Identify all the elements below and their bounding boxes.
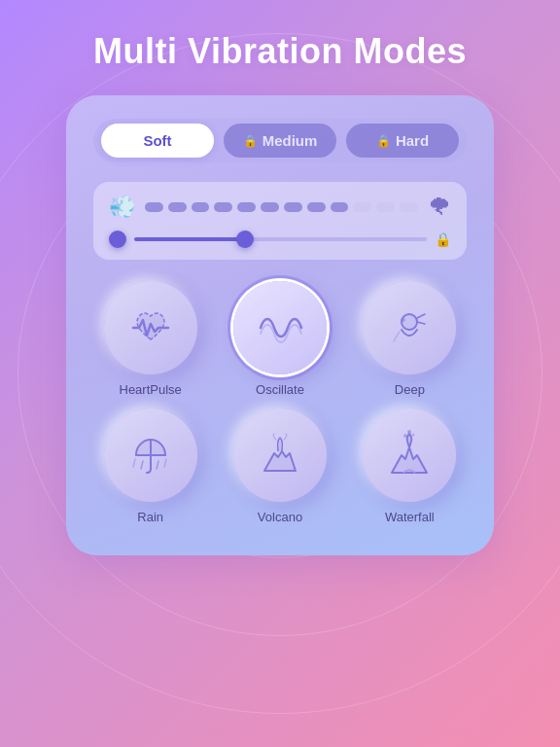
- svg-line-3: [141, 461, 143, 469]
- bar-11: [376, 202, 395, 212]
- tab-medium[interactable]: 🔒 Medium: [224, 124, 336, 158]
- mode-item-deep[interactable]: Deep: [353, 281, 467, 397]
- slider-row: 🔒: [109, 231, 451, 248]
- wind-icon: 💨: [109, 195, 135, 220]
- mode-item-volcano[interactable]: Volcano: [223, 409, 336, 524]
- tab-hard[interactable]: 🔒 Hard: [346, 124, 459, 158]
- bar-9: [331, 202, 349, 212]
- mode-circle-deep[interactable]: [363, 281, 456, 374]
- mode-circle-volcano[interactable]: [233, 409, 327, 502]
- mode-item-waterfall[interactable]: Waterfall: [353, 409, 467, 524]
- heartpulse-icon: [125, 302, 176, 353]
- bar-3: [192, 202, 210, 212]
- lock-icon-medium: 🔒: [243, 134, 258, 148]
- waterfall-icon: [384, 430, 435, 480]
- slider-start-dot: [109, 231, 126, 248]
- vibration-modes-grid: HeartPulse Oscillate: [93, 281, 467, 524]
- oscillate-icon: [255, 302, 305, 353]
- deep-icon: [384, 302, 435, 353]
- bar-5: [237, 202, 256, 212]
- bar-2: [168, 202, 187, 212]
- bar-4: [214, 202, 232, 212]
- volcano-icon: [255, 430, 305, 480]
- mode-label-volcano: Volcano: [258, 510, 302, 524]
- mode-label-deep: Deep: [395, 382, 425, 397]
- svg-line-6: [164, 459, 166, 467]
- mode-label-rain: Rain: [137, 510, 163, 524]
- svg-point-7: [403, 434, 407, 438]
- mode-label-waterfall: Waterfall: [385, 510, 435, 524]
- bar-8: [307, 202, 326, 212]
- mode-item-heartpulse[interactable]: HeartPulse: [93, 281, 207, 397]
- mode-item-oscillate[interactable]: Oscillate: [223, 281, 336, 397]
- tornado-icon: 🌪: [428, 194, 451, 221]
- svg-line-4: [157, 461, 158, 469]
- main-card: Soft 🔒 Medium 🔒 Hard 💨: [66, 95, 494, 555]
- intensity-bars: [145, 202, 418, 212]
- svg-point-8: [412, 434, 415, 437]
- mode-circle-heartpulse[interactable]: [104, 281, 197, 374]
- mode-circle-rain[interactable]: [104, 409, 197, 502]
- svg-point-1: [402, 318, 405, 322]
- mode-circle-waterfall[interactable]: [363, 409, 456, 502]
- slider-lock-icon: 🔒: [435, 231, 451, 247]
- slider-thumb[interactable]: [236, 231, 254, 248]
- mode-item-rain[interactable]: Rain: [93, 409, 207, 524]
- lock-icon-hard: 🔒: [376, 134, 391, 148]
- rain-icon: [125, 430, 176, 480]
- bar-1: [145, 202, 163, 212]
- mode-circle-oscillate[interactable]: [233, 281, 327, 374]
- bar-12: [400, 202, 418, 212]
- tab-soft[interactable]: Soft: [101, 124, 214, 158]
- intensity-section: 💨 🌪 🔒: [93, 182, 467, 260]
- mode-label-heartpulse: HeartPulse: [120, 382, 182, 397]
- bar-6: [261, 202, 279, 212]
- mode-tabs: Soft 🔒 Medium 🔒 Hard: [93, 119, 467, 162]
- intensity-slider[interactable]: [134, 237, 427, 241]
- page-title: Multi Vibration Modes: [93, 31, 467, 72]
- bar-7: [284, 202, 302, 212]
- svg-point-9: [407, 430, 411, 434]
- bar-10: [353, 202, 371, 212]
- svg-point-0: [402, 314, 417, 330]
- svg-line-5: [133, 459, 135, 467]
- mode-label-oscillate: Oscillate: [256, 382, 304, 397]
